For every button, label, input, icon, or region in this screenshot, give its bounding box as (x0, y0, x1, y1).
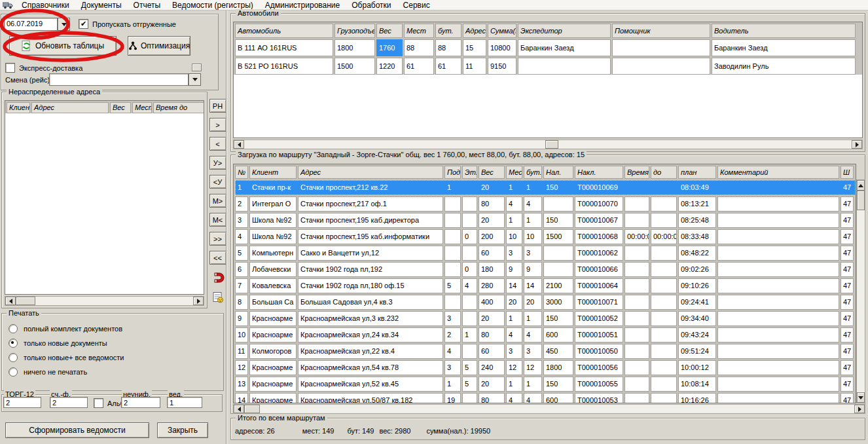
scroll-right-button[interactable] (852, 140, 862, 149)
cell[interactable] (717, 213, 839, 228)
cell[interactable]: 2 (235, 196, 248, 212)
cell[interactable]: 0 (462, 229, 477, 244)
table-row[interactable]: В 521 РО 161RUS150012206161119150Заводил… (235, 58, 862, 75)
shift-combobox[interactable] (49, 73, 201, 86)
cell[interactable]: 1800 (543, 360, 573, 375)
scroll-left-button[interactable] (5, 297, 16, 305)
scroll-down-button[interactable] (857, 392, 865, 403)
cell[interactable] (651, 278, 677, 293)
cell[interactable] (612, 58, 710, 75)
menu-item[interactable]: Документы (75, 1, 128, 10)
cell[interactable]: 7 (235, 278, 248, 293)
cell[interactable] (717, 278, 839, 293)
cell[interactable]: В 521 РО 161RUS (235, 58, 333, 75)
cell[interactable] (462, 196, 477, 212)
cell[interactable]: 09:43:24 (678, 327, 716, 342)
cell[interactable]: 20 (479, 213, 505, 228)
menu-item[interactable]: Отчеты (128, 1, 166, 10)
cell[interactable]: 20 (506, 295, 522, 310)
print-option[interactable]: только новые документы (9, 339, 107, 348)
cell[interactable] (444, 229, 461, 244)
cell[interactable]: Т000010068 (575, 229, 623, 244)
cell[interactable]: 09:51:24 (678, 344, 716, 359)
route-vscrollbar[interactable] (856, 179, 865, 403)
cell[interactable] (717, 377, 839, 392)
cell[interactable]: 150 (543, 213, 573, 228)
cell[interactable] (462, 393, 477, 403)
cell[interactable]: 2100 (543, 278, 573, 293)
date-input[interactable]: 06.07.2019 (4, 18, 58, 31)
cell[interactable]: 47 (841, 213, 854, 228)
transfer-button-<<[interactable]: << (209, 251, 226, 265)
cell[interactable] (444, 213, 461, 228)
cell[interactable] (624, 295, 649, 310)
cell[interactable]: 10:00:12 (678, 360, 716, 375)
cell[interactable]: 12 (524, 360, 542, 375)
cell[interactable] (624, 213, 649, 228)
checkbox-check-icon[interactable]: ✔ (79, 19, 88, 29)
cell[interactable]: 47 (841, 246, 854, 261)
cell[interactable]: 14 (506, 278, 522, 293)
cell[interactable]: 10 (235, 327, 248, 342)
cell[interactable] (651, 295, 677, 310)
note-document-button[interactable] (209, 289, 226, 305)
transfer-button->>[interactable]: >> (209, 232, 226, 246)
route-hscrollbar[interactable] (233, 404, 865, 414)
radio-icon[interactable] (9, 339, 18, 348)
cell[interactable]: 08:13:21 (678, 196, 716, 212)
table-row[interactable]: В 111 АО 161RUS1800176088881510800Баранк… (235, 39, 862, 56)
scroll-up-button[interactable] (857, 180, 865, 191)
cell[interactable]: 08:03:49 (678, 180, 716, 195)
vehicles-hscrollbar[interactable] (233, 139, 863, 149)
cell[interactable]: 61 (435, 58, 461, 75)
cell[interactable]: 5 (444, 278, 461, 293)
print-option[interactable]: только новые+ все ведомости (9, 353, 124, 362)
cell[interactable] (651, 213, 677, 228)
cell[interactable] (717, 311, 839, 326)
cell[interactable]: В 111 АО 161RUS (235, 39, 333, 56)
cell[interactable] (651, 180, 677, 195)
cell[interactable]: 00:00:0 (624, 229, 649, 244)
cell[interactable]: 3 (524, 344, 542, 359)
cell[interactable]: 9 (524, 262, 542, 277)
table-row[interactable]: 12КрасноармеКрасноармейская ул,54 кв.783… (235, 360, 856, 375)
table-row[interactable]: 8Большая СаБольшая Садовая ул,4 кв.34002… (235, 295, 856, 310)
table-row[interactable]: 11КолмогоровКрасноармейская ул,22 кв.446… (235, 344, 856, 359)
cell[interactable] (624, 196, 649, 212)
cell[interactable]: Т000010053 (575, 393, 623, 403)
cell[interactable] (612, 39, 710, 56)
cell[interactable] (624, 377, 649, 392)
cell[interactable]: 1 (235, 180, 248, 195)
cell[interactable] (624, 262, 649, 277)
cell[interactable] (444, 246, 461, 261)
cell[interactable] (651, 360, 677, 375)
cell[interactable]: 9150 (488, 58, 516, 75)
cell[interactable] (651, 344, 677, 359)
table-row[interactable]: 4Школа №92Стачки проспект,195 каб.информ… (235, 229, 856, 244)
form-sheets-button[interactable]: Сформировать ведомости (5, 422, 149, 438)
cell[interactable]: 47 (841, 180, 854, 195)
cell[interactable]: 600 (543, 327, 573, 342)
cell[interactable] (444, 295, 461, 310)
transfer-button-У>[interactable]: У> (209, 156, 226, 170)
cell[interactable]: Стачки пр-к (249, 180, 297, 195)
cell[interactable]: 1760 (376, 39, 403, 56)
cell[interactable]: 11 (463, 58, 486, 75)
cell[interactable] (444, 196, 461, 212)
cell[interactable]: 08:33:48 (678, 229, 716, 244)
scroll-left-button[interactable] (234, 405, 244, 413)
cell[interactable]: 1 (506, 377, 522, 392)
cell[interactable]: Баранкин Заезд (518, 39, 611, 56)
cell[interactable] (462, 311, 477, 326)
cell[interactable]: 20 (479, 180, 505, 195)
cell[interactable]: 5 (462, 360, 477, 375)
magnet-button[interactable] (209, 270, 226, 286)
cell[interactable]: Т000010056 (575, 360, 623, 375)
cell[interactable]: 80 (479, 393, 505, 403)
scroll-thumb[interactable] (857, 191, 865, 210)
cell[interactable]: 1500 (335, 58, 375, 75)
cell[interactable] (717, 229, 839, 244)
cell[interactable]: 3 (235, 213, 248, 228)
scroll-thumb[interactable] (244, 405, 260, 413)
cell[interactable]: 15 (463, 39, 486, 56)
